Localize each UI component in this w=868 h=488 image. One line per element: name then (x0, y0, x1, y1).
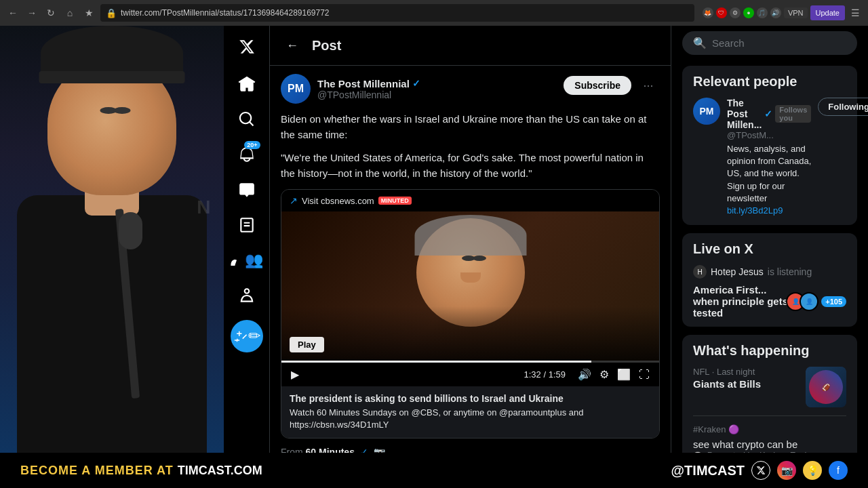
following-button[interactable]: Following (818, 98, 868, 116)
relevant-people-section: Relevant people PM The Post Millen... ✓ … (682, 66, 857, 225)
video-desc-title: The president is asking to send billions… (290, 393, 651, 404)
whats-happening-title: What's happening (693, 343, 846, 359)
vpn-label: VPN (788, 9, 804, 17)
rumble-icon[interactable]: 💡 (803, 461, 822, 480)
address-bar[interactable]: 🔒 twitter.com/TPostMillennial/status/171… (100, 4, 694, 22)
rel-bio: News, analysis, and opinion from Canada,… (727, 143, 811, 217)
rel-info: The Post Millen... ✓ Follows you @TPostM… (727, 98, 811, 217)
video-controls: ▶ 1:32 / 1:59 🔊 ⚙ ⬜ ⛶ (281, 363, 659, 386)
rel-verified-icon: ✓ (764, 108, 772, 119)
instagram-icon[interactable]: 📷 (777, 461, 796, 480)
post-text-line1: Biden on whether the wars in Israel and … (281, 112, 660, 142)
kraken-title: see what crypto can be (693, 439, 846, 450)
compose-button[interactable]: ✏ (231, 320, 263, 352)
vpn-badge[interactable]: VPN (784, 7, 808, 18)
happening-item-kraken[interactable]: #Kraken 🟣 see what crypto can be 💬 Promo… (693, 415, 846, 453)
url-display: twitter.com/TPostMillennial/status/17136… (121, 8, 689, 18)
video-progress-fill (281, 361, 591, 363)
author-name: The Post Millennial ✓ (317, 78, 420, 89)
live-show[interactable]: America First... when principle gets tes… (693, 284, 846, 319)
x-logo[interactable] (234, 34, 260, 60)
back-button[interactable]: ← (281, 34, 304, 57)
sidebar-item-lists[interactable] (231, 209, 263, 241)
sidebar-item-messages[interactable] (231, 174, 263, 206)
verified-icon: ✓ (412, 78, 420, 89)
browser-chrome: ← → ↻ ⌂ ★ 🔒 twitter.com/TPostMillennial/… (0, 0, 868, 26)
play-pause-btn[interactable]: ▶ (290, 367, 300, 382)
post-header: ← Post (270, 26, 671, 66)
more-options-btn[interactable]: ··· (637, 74, 660, 97)
sidebar-item-communities[interactable]: 👥 (231, 244, 263, 277)
ext-icon-1[interactable]: 🦊 (703, 7, 713, 18)
bookmark-btn[interactable]: ★ (81, 5, 96, 20)
video-time: 1:32 / 1:59 (524, 369, 566, 380)
video-progress-bar[interactable] (281, 361, 659, 363)
right-sidebar: 🔍 Search Relevant people PM The Post Mil… (671, 26, 868, 453)
post-content: PM The Post Millennial ✓ @TPostMillennia… (270, 66, 671, 453)
kraken-category: #Kraken 🟣 (693, 424, 739, 434)
author-actions: Subscribe ··· (564, 74, 660, 97)
live-avatars: 👤 👤 +105 (791, 292, 846, 311)
video-thumbnail[interactable]: Play (281, 211, 659, 361)
live-on-x-section: Live on X H Hotep Jesus is listening Ame… (682, 233, 857, 327)
caption-btn[interactable]: ⬜ (616, 367, 632, 382)
rel-bio-link[interactable]: bit.ly/3Bd2Lp9 (727, 205, 783, 216)
volume-btn[interactable]: 🔊 (576, 367, 593, 382)
notification-count: 20+ (244, 141, 260, 149)
settings-btn[interactable]: ⚙ (598, 367, 610, 382)
video-desc-text: Watch 60 Minutes Sundays on @CBS, or any… (290, 407, 651, 431)
avatar: PM (281, 74, 311, 104)
sidebar-item-search[interactable] (231, 103, 263, 136)
facebook-icon[interactable]: f (829, 461, 848, 480)
back-btn[interactable]: ← (5, 5, 20, 20)
search-bar[interactable]: 🔍 Search (682, 31, 857, 55)
post-text-line2: "We're the United States of America, for… (281, 150, 660, 181)
video-description: The president is asking to send billions… (281, 386, 659, 438)
ext-icon-2[interactable]: 🛡 (716, 7, 727, 18)
search-icon: 🔍 (693, 37, 707, 49)
forward-btn[interactable]: → (24, 5, 39, 20)
streamer-video-bg: N (0, 26, 224, 453)
follows-you-badge: Follows you (775, 105, 811, 123)
main-content: N 20+ 👥 (0, 26, 868, 453)
menu-btn[interactable]: ☰ (848, 5, 863, 20)
refresh-btn[interactable]: ↻ (43, 5, 58, 20)
ext-icon-4[interactable]: ● (743, 7, 754, 18)
timcast-url: TIMCAST.COM (178, 464, 262, 478)
source-name[interactable]: 60 Minutes (306, 447, 355, 453)
post-source-line: From 60 Minutes ✓ 📷 (281, 447, 660, 453)
happening-item-nfl[interactable]: NFL · Last night Giants at Bills 🏈 (693, 367, 846, 407)
video-embed: ↗ Visit cbsnews.com MINUTED Play (281, 189, 660, 439)
become-member-text: BECOME A MEMBER AT (20, 464, 174, 478)
author-info: PM The Post Millennial ✓ @TPostMillennia… (281, 74, 420, 104)
page-title: Post (312, 38, 341, 54)
sidebar-item-profile[interactable] (231, 279, 263, 312)
rel-name: The Post Millen... ✓ Follows you (727, 98, 811, 130)
ext-icon-6[interactable]: 🔊 (770, 7, 781, 18)
nfl-thumbnail: 🏈 (806, 367, 846, 407)
x-social-icon[interactable] (751, 461, 770, 480)
sidebar-item-notifications[interactable]: 20+ (231, 138, 263, 171)
ext-icon-5[interactable]: 🎵 (757, 7, 768, 18)
live-person: H Hotep Jesus is listening (693, 265, 846, 279)
subscribe-button[interactable]: Subscribe (564, 76, 631, 95)
bottom-bar: BECOME A MEMBER AT TIMCAST.COM @TIMCAST … (0, 453, 868, 488)
author-handle: @TPostMillennial (317, 89, 420, 100)
search-placeholder: Search (712, 37, 846, 49)
play-button[interactable]: Play (290, 337, 324, 352)
live-status: is listening (768, 266, 812, 277)
post-author-row: PM The Post Millennial ✓ @TPostMillennia… (281, 74, 660, 104)
live-avatar: H (693, 265, 707, 279)
sidebar-item-home[interactable] (231, 68, 263, 100)
bg-brand-text: N (197, 197, 212, 218)
rel-avatar: PM (693, 98, 720, 125)
nfl-title: Giants at Bills (693, 378, 761, 390)
update-button[interactable]: Update (810, 5, 845, 20)
whats-happening-section: What's happening NFL · Last night Giants… (682, 335, 857, 453)
video-header: ↗ Visit cbsnews.com MINUTED (281, 190, 659, 211)
fullscreen-btn[interactable]: ⛶ (637, 367, 651, 382)
browser-actions: 🦊 🛡 ⚙ ● 🎵 🔊 VPN Update ☰ (703, 5, 863, 20)
video-source: Visit cbsnews.com (302, 196, 374, 206)
home-nav-btn[interactable]: ⌂ (62, 5, 77, 20)
ext-icon-3[interactable]: ⚙ (730, 7, 741, 18)
